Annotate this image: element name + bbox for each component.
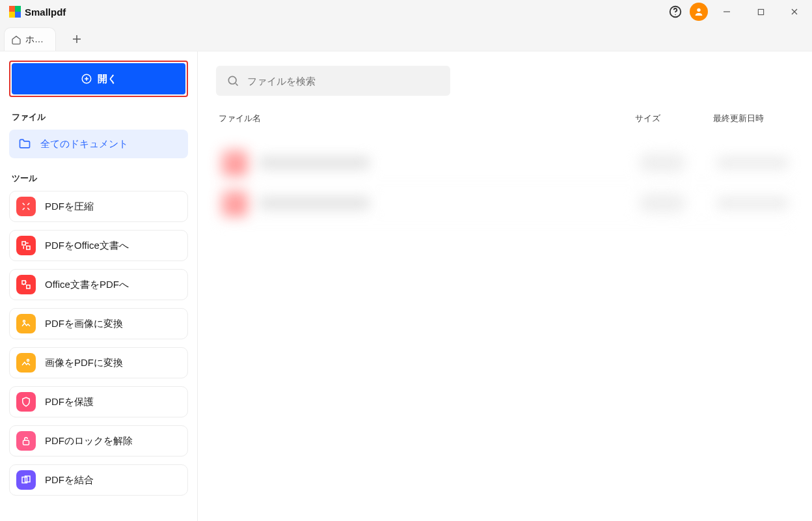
pdf-to-image-icon [16,314,36,333]
account-button[interactable] [690,3,708,21]
svg-point-9 [23,320,25,322]
help-icon [668,5,683,19]
help-button[interactable] [665,1,686,22]
svg-point-14 [228,76,236,84]
svg-rect-5 [22,242,25,245]
open-button-highlight: 開く [9,61,188,97]
logo-icon [9,6,21,18]
tools-section-label: ツール [12,173,188,184]
svg-point-2 [697,8,700,12]
title-actions [665,1,809,22]
search-input[interactable] [247,76,440,87]
compress-icon [16,197,36,216]
svg-rect-11 [23,440,29,445]
maximize-icon [757,8,765,16]
plus-icon [72,35,81,44]
tool-label: PDFを画像に変換 [45,318,123,330]
minimize-icon [723,8,731,16]
tool-unlock-pdf[interactable]: PDFのロックを解除 [9,425,188,457]
list-item [216,183,794,223]
tool-merge-pdf[interactable]: PDFを結合 [9,464,188,496]
image-to-pdf-icon [16,353,36,373]
svg-rect-3 [758,9,763,14]
tab-home[interactable]: ホ… [4,27,56,51]
titlebar: Smallpdf [0,0,812,23]
merge-icon [16,470,36,490]
window-minimize[interactable] [712,1,742,22]
tool-label: PDFをOffice文書へ [45,240,129,252]
search-icon [226,74,239,87]
svg-point-1 [675,14,675,15]
svg-point-10 [27,359,29,361]
tool-label: 画像をPDFに変換 [45,357,123,369]
office-to-pdf-icon [16,275,36,294]
window-maximize[interactable] [746,1,776,22]
sidebar: 開く ファイル 全てのドキュメント ツール PDFを圧縮 PDFをOffice文… [0,51,198,521]
tool-compress-pdf[interactable]: PDFを圧縮 [9,191,188,222]
file-list-blurred [216,143,794,223]
home-icon [11,35,21,45]
tool-label: PDFを保護 [45,396,94,408]
tool-label: PDFを圧縮 [45,201,94,213]
tabstrip: ホ… [0,23,812,51]
tool-label: PDFを結合 [45,474,94,486]
user-icon [694,7,704,17]
tool-pdf-to-office[interactable]: PDFをOffice文書へ [9,230,188,261]
plus-circle-icon [81,73,92,85]
new-tab-button[interactable] [65,27,88,51]
folder-icon [18,137,31,150]
tab-home-label: ホ… [25,34,44,46]
open-button-label: 開く [98,73,117,85]
column-name[interactable]: ファイル名 [219,113,635,124]
file-table-header: ファイル名 サイズ 最終更新日時 [216,113,794,131]
unlock-icon [16,431,36,451]
window-close[interactable] [779,1,809,22]
pdf-to-office-icon [16,236,36,255]
svg-rect-6 [27,246,30,249]
tool-pdf-to-image[interactable]: PDFを画像に変換 [9,308,188,339]
tool-office-to-pdf[interactable]: Office文書をPDFへ [9,269,188,300]
files-section-label: ファイル [12,111,188,123]
svg-rect-8 [27,285,30,289]
tool-image-to-pdf[interactable]: 画像をPDFに変換 [9,347,188,378]
column-date[interactable]: 最終更新日時 [713,113,791,124]
sidebar-item-label: 全てのドキュメント [40,138,128,150]
open-button[interactable]: 開く [12,63,185,94]
main-panel: ファイル名 サイズ 最終更新日時 [198,51,812,521]
sidebar-item-all-documents[interactable]: 全てのドキュメント [9,130,188,158]
column-size[interactable]: サイズ [635,113,713,124]
tool-protect-pdf[interactable]: PDFを保護 [9,386,188,417]
list-item [216,143,794,183]
close-icon [791,8,798,16]
tool-label: Office文書をPDFへ [45,279,129,291]
tool-label: PDFのロックを解除 [45,435,133,447]
app-name: Smallpdf [25,7,66,18]
svg-rect-7 [22,281,25,284]
shield-icon [16,392,36,412]
search-box[interactable] [216,66,450,96]
app-logo: Smallpdf [9,6,66,18]
